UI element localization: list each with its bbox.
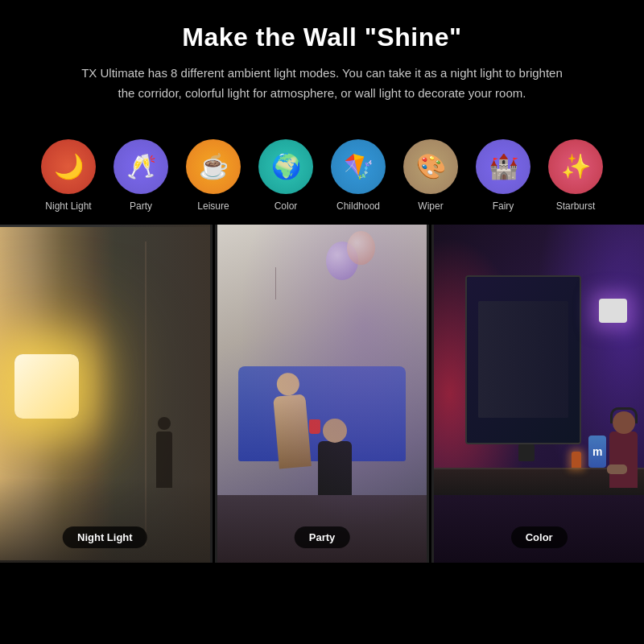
page-title: Make the Wall "Shine" bbox=[48, 23, 596, 52]
panel-night-light: Night Light bbox=[0, 225, 210, 563]
page-wrapper: Make the Wall "Shine" TX Ultimate has 8 … bbox=[0, 0, 644, 563]
headphones bbox=[610, 407, 638, 423]
purple-ambient bbox=[217, 225, 427, 563]
divider-1 bbox=[213, 225, 215, 563]
panels-section: Night Light bbox=[0, 225, 644, 563]
mode-childhood[interactable]: 🪁 Childhood bbox=[326, 139, 390, 212]
person-figure bbox=[156, 431, 172, 488]
night-light-panel-label: Night Light bbox=[63, 526, 147, 548]
color-icon: 🌍 bbox=[258, 139, 313, 194]
party-label: Party bbox=[130, 200, 152, 212]
mode-starburst[interactable]: ✨ Starburst bbox=[543, 139, 608, 212]
mode-color[interactable]: 🌍 Color bbox=[254, 139, 318, 212]
person-hand bbox=[607, 464, 627, 474]
leisure-icon: ☕ bbox=[186, 139, 241, 194]
starburst-label: Starburst bbox=[556, 200, 596, 212]
floor-stripe bbox=[0, 478, 210, 563]
party-icon: 🥂 bbox=[114, 139, 168, 194]
fairy-icon: 🏰 bbox=[476, 139, 530, 194]
wiper-label: Wiper bbox=[418, 200, 443, 212]
mode-leisure[interactable]: ☕ Leisure bbox=[181, 139, 246, 212]
monitor-screen-content bbox=[467, 277, 579, 443]
mode-fairy[interactable]: 🏰 Fairy bbox=[471, 139, 535, 212]
night-light-bg bbox=[0, 225, 210, 563]
childhood-icon: 🪁 bbox=[331, 139, 386, 194]
modes-row: 🌙 Night Light 🥂 Party ☕ Leisure 🌍 Color … bbox=[0, 120, 644, 225]
color-label: Color bbox=[275, 200, 298, 212]
mode-party[interactable]: 🥂 Party bbox=[109, 139, 173, 212]
childhood-label: Childhood bbox=[336, 200, 380, 212]
starburst-icon: ✨ bbox=[548, 139, 603, 194]
color-bg: m bbox=[434, 225, 644, 563]
party-panel-label: Party bbox=[295, 526, 350, 548]
top-section: Make the Wall "Shine" TX Ultimate has 8 … bbox=[0, 0, 644, 120]
party-bg bbox=[217, 225, 427, 563]
leisure-label: Leisure bbox=[197, 200, 229, 212]
page-subtitle: TX Ultimate has 8 different ambient ligh… bbox=[72, 64, 572, 104]
mode-wiper[interactable]: 🎨 Wiper bbox=[398, 139, 463, 212]
night-light-label: Night Light bbox=[45, 200, 91, 212]
monitor bbox=[465, 275, 580, 444]
wiper-icon: 🎨 bbox=[403, 139, 458, 194]
color-panel-label: Color bbox=[511, 526, 568, 548]
monitor-stand bbox=[518, 444, 535, 461]
panel-color: m Color bbox=[434, 225, 644, 563]
desk-candle-1 bbox=[572, 452, 581, 468]
panel-party: Party bbox=[217, 225, 427, 563]
wall-light-small bbox=[599, 299, 627, 323]
screen-content bbox=[478, 301, 568, 417]
fairy-label: Fairy bbox=[493, 200, 514, 212]
night-light-icon: 🌙 bbox=[41, 139, 96, 194]
mode-night-light[interactable]: 🌙 Night Light bbox=[36, 139, 101, 212]
wall-fixture bbox=[14, 354, 79, 419]
person-head-silhouette bbox=[158, 417, 171, 430]
smart-speaker: m bbox=[588, 436, 606, 468]
divider-2 bbox=[429, 225, 431, 563]
seated-person-body bbox=[609, 431, 638, 488]
